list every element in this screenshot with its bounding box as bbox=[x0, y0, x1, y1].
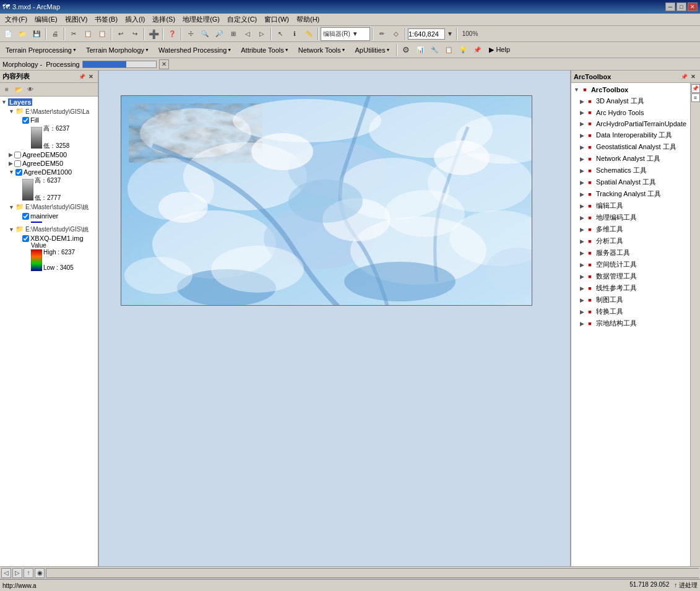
analysis-expand[interactable]: ▶ bbox=[580, 238, 584, 244]
minimize-button[interactable]: ─ bbox=[665, 2, 675, 11]
toolbox-network[interactable]: ▶ ■ Network Analyst 工具 bbox=[579, 153, 689, 165]
toolbox-tracking[interactable]: ▶ ■ Tracking Analyst 工具 bbox=[579, 188, 689, 200]
geostat-expand[interactable]: ▶ bbox=[580, 144, 584, 150]
map-canvas[interactable] bbox=[121, 95, 532, 306]
help-menu[interactable]: ▶ Help bbox=[485, 44, 514, 56]
help-button[interactable]: ❓ bbox=[165, 27, 179, 41]
editing-expand[interactable]: ▶ bbox=[580, 203, 584, 209]
attribute-tools-menu[interactable]: Attribute Tools ▼ bbox=[236, 45, 293, 56]
menu-view[interactable]: 视图(V) bbox=[61, 14, 92, 25]
toolbox-cartography[interactable]: ▶ ■ 制图工具 bbox=[579, 294, 689, 306]
toolbox-root-item[interactable]: ▼ ■ ArcToolbox bbox=[573, 84, 689, 95]
agreeddem500-expand-icon[interactable]: ▶ bbox=[9, 152, 13, 158]
title-bar-controls[interactable]: ─ □ ✕ bbox=[665, 2, 698, 11]
watershed-processing-menu[interactable]: Watershed Processing ▼ bbox=[154, 45, 236, 56]
agreeddem1000-expand-icon[interactable]: ▼ bbox=[9, 169, 14, 175]
toolbox-spatial[interactable]: ▶ ■ Spatial Analyst 工具 bbox=[579, 176, 689, 188]
measure-button[interactable]: 📏 bbox=[302, 27, 316, 41]
toc-layers-header[interactable]: ▼ Layers bbox=[1, 98, 97, 106]
spatial-stat-expand[interactable]: ▶ bbox=[580, 262, 584, 268]
agreeddem500-header[interactable]: ▶ AgreeDEM500 bbox=[9, 150, 97, 159]
parcel-expand[interactable]: ▶ bbox=[580, 321, 584, 327]
bottom-nav-controls[interactable]: ◁ ▷ ↑ ◉ bbox=[1, 568, 45, 578]
scale-input[interactable] bbox=[408, 28, 445, 40]
toolbox-geostat[interactable]: ▶ ■ Geostatistical Analyst 工具 bbox=[579, 141, 689, 153]
toc-list-by-source[interactable]: 📂 bbox=[13, 84, 24, 95]
menu-help[interactable]: 帮助(H) bbox=[293, 14, 323, 25]
save-button[interactable]: 💾 bbox=[30, 27, 43, 41]
toolbox-multidim[interactable]: ▶ ■ 多维工具 bbox=[579, 223, 689, 235]
spatial-expand[interactable]: ▶ bbox=[580, 179, 584, 186]
agreeddem50-expand-icon[interactable]: ▶ bbox=[9, 160, 13, 166]
conversion-expand[interactable]: ▶ bbox=[580, 309, 584, 315]
cancel-processing-button[interactable]: ✕ bbox=[159, 59, 169, 69]
toolbox-archhydro-partial[interactable]: ▶ ■ ArcHydroPartialTerrainUpdate bbox=[579, 118, 689, 129]
identify-button[interactable]: ℹ bbox=[288, 27, 301, 41]
menu-window[interactable]: 窗口(W) bbox=[261, 14, 293, 25]
gp-icon6[interactable]: 📌 bbox=[470, 43, 484, 57]
aputilities-menu[interactable]: ApUtilities ▼ bbox=[351, 45, 395, 56]
menu-file[interactable]: 文件(F) bbox=[1, 14, 31, 25]
toolbox-conversion[interactable]: ▶ ■ 转换工具 bbox=[579, 306, 689, 317]
gp-icon3[interactable]: 🔧 bbox=[428, 43, 441, 57]
3d-expand[interactable]: ▶ bbox=[580, 98, 584, 105]
editor-dropdown[interactable]: 编辑器(R) ▼ bbox=[321, 27, 370, 41]
layer-xbxq-checkbox[interactable] bbox=[22, 235, 29, 242]
gp-icon4[interactable]: 📋 bbox=[442, 43, 456, 57]
toolbox-spatial-stat[interactable]: ▶ ■ 空间统计工具 bbox=[579, 259, 689, 270]
copy-button[interactable]: 📋 bbox=[81, 27, 95, 41]
menu-insert[interactable]: 插入(I) bbox=[121, 14, 149, 25]
toolbox-3d-analyst[interactable]: ▶ ■ 3D Analyst 工具 bbox=[579, 95, 689, 107]
toolbox-schematics[interactable]: ▶ ■ Schematics 工具 bbox=[579, 165, 689, 176]
interop-expand[interactable]: ▶ bbox=[580, 132, 584, 139]
close-button[interactable]: ✕ bbox=[688, 2, 698, 11]
menu-edit[interactable]: 编辑(E) bbox=[31, 14, 61, 25]
toolbox-side-btn1[interactable]: 📌 bbox=[691, 84, 700, 93]
scale-dropdown[interactable]: ▼ bbox=[446, 27, 454, 41]
vertex-button[interactable]: ◇ bbox=[389, 27, 403, 41]
toc-group3-header[interactable]: ▼ 📁 E:\Master\study\GIS\姚 bbox=[9, 225, 97, 235]
data-mgmt-expand[interactable]: ▶ bbox=[580, 274, 584, 280]
gp-icon2[interactable]: 📊 bbox=[413, 43, 427, 57]
multidim-expand[interactable]: ▶ bbox=[580, 226, 584, 233]
toc-list-by-drawing-order[interactable]: ≡ bbox=[1, 84, 12, 95]
nav-prev-page[interactable]: ◁ bbox=[1, 568, 11, 578]
menu-bookmark[interactable]: 书签(B) bbox=[91, 14, 121, 25]
agreeddem500-checkbox[interactable] bbox=[14, 152, 21, 158]
pan-button[interactable]: ☩ bbox=[184, 27, 197, 41]
nav-next-page[interactable]: ▷ bbox=[12, 568, 22, 578]
partial-expand[interactable]: ▶ bbox=[580, 121, 584, 127]
select-button[interactable]: ↖ bbox=[274, 27, 287, 41]
agreeddem50-header[interactable]: ▶ AgreeDEM50 bbox=[9, 159, 97, 168]
layer-fill-checkbox[interactable] bbox=[22, 117, 29, 124]
linear-ref-expand[interactable]: ▶ bbox=[580, 285, 584, 291]
toc-group2-header[interactable]: ▼ 📁 E:\Master\study\GIS\姚 bbox=[9, 202, 97, 212]
layer-fill-header[interactable]: Fill bbox=[22, 116, 97, 124]
gp-icon5[interactable]: 💡 bbox=[456, 43, 470, 57]
network-expand[interactable]: ▶ bbox=[580, 156, 584, 162]
print-button[interactable]: 🖨 bbox=[48, 27, 62, 41]
toc-pin-button[interactable]: 📌 bbox=[77, 72, 86, 81]
agreeddem1000-header[interactable]: ▼ AgreeDEM1000 bbox=[9, 168, 97, 176]
forward-extent-button[interactable]: ▷ bbox=[255, 27, 269, 41]
menu-customize[interactable]: 自定义(C) bbox=[223, 14, 261, 25]
agreeddem50-checkbox[interactable] bbox=[14, 160, 21, 167]
schematics-expand[interactable]: ▶ bbox=[580, 168, 584, 174]
terrain-preprocessing-menu[interactable]: Terrain Preprocessing ▼ bbox=[1, 45, 81, 56]
toolbox-analysis[interactable]: ▶ ■ 分析工具 bbox=[579, 235, 689, 247]
menu-geoprocessing[interactable]: 地理处理(G) bbox=[179, 14, 223, 25]
toolbox-parcel[interactable]: ▶ ■ 宗地结构工具 bbox=[579, 317, 689, 329]
zoom-pct[interactable]: 100% bbox=[459, 27, 481, 41]
group2-expand-icon[interactable]: ▼ bbox=[9, 204, 14, 210]
cartography-expand[interactable]: ▶ bbox=[580, 297, 584, 303]
layer-mainriver-header[interactable]: mainriver bbox=[22, 212, 97, 220]
zoom-in-button[interactable]: 🔍 bbox=[198, 27, 212, 41]
sketch-button[interactable]: ✏ bbox=[375, 27, 389, 41]
bottom-scrollbar-area[interactable] bbox=[45, 567, 699, 579]
toolbox-linear-ref[interactable]: ▶ ■ 线性参考工具 bbox=[579, 282, 689, 294]
toolbox-pin-button[interactable]: 📌 bbox=[680, 72, 688, 81]
full-extent-button[interactable]: ⊞ bbox=[227, 27, 240, 41]
layer-xbxq-header[interactable]: XBXQ-DEM1.img bbox=[22, 235, 97, 242]
toolbox-data-interop[interactable]: ▶ ■ Data Interoperability 工具 bbox=[579, 129, 689, 141]
paste-button[interactable]: 📋 bbox=[95, 27, 109, 41]
